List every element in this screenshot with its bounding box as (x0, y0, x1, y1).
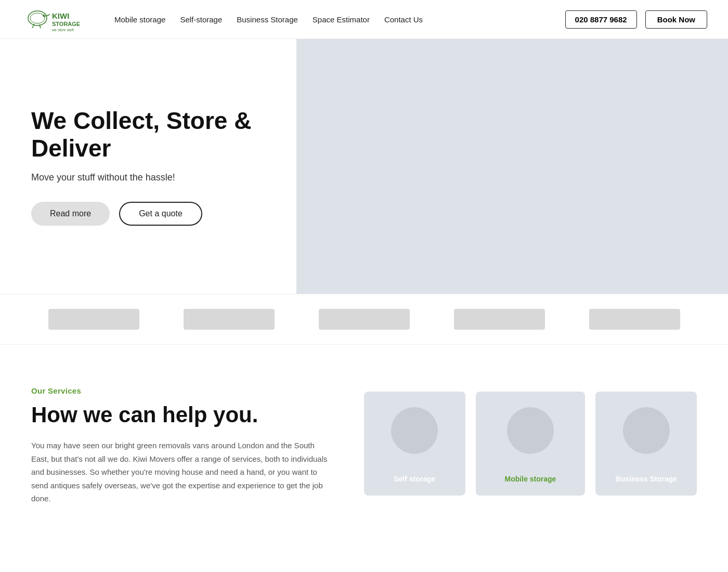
services-section: Our Services How we can help you. You ma… (0, 345, 728, 537)
services-cards: Self storage Mobile storage Business Sto… (364, 386, 697, 496)
svg-point-1 (30, 13, 45, 23)
svg-text:KIWI: KIWI (52, 11, 69, 20)
nav-self-storage[interactable]: Self-storage (180, 15, 222, 24)
partner-logo-5 (589, 309, 680, 330)
services-label: Our Services (31, 386, 333, 395)
partner-logo-3 (319, 309, 410, 330)
hero-buttons: Read more Get a quote (31, 202, 265, 226)
nav-mobile-storage[interactable]: Mobile storage (114, 15, 165, 24)
logo-svg: KIWI STORAGE we store stuff (21, 5, 94, 34)
nav-business-storage[interactable]: Business Storage (237, 15, 298, 24)
mobile-storage-label: Mobile storage (505, 471, 556, 483)
business-storage-label: Business Storage (616, 471, 677, 483)
services-title: How we can help you. (31, 402, 333, 427)
partner-logo-1 (48, 309, 139, 330)
svg-point-3 (43, 15, 45, 17)
logo[interactable]: KIWI STORAGE we store stuff (21, 5, 94, 34)
logos-bar (0, 294, 728, 345)
svg-text:STORAGE: STORAGE (52, 21, 80, 27)
nav-space-estimator[interactable]: Space Estimator (313, 15, 370, 24)
get-quote-button[interactable]: Get a quote (119, 202, 202, 226)
nav-actions: 020 8877 9682 Book Now (565, 10, 707, 29)
service-card-mobile-storage[interactable]: Mobile storage (476, 392, 586, 496)
self-storage-icon (391, 407, 438, 454)
hero-image (296, 39, 728, 294)
hero-section: We Collect, Store & Deliver Move your st… (0, 39, 728, 294)
hero-subtitle: Move your stuff without the hassle! (31, 172, 265, 183)
self-storage-label: Self storage (394, 471, 435, 483)
service-card-self-storage[interactable]: Self storage (364, 392, 465, 496)
mobile-storage-icon (507, 407, 554, 454)
services-description: You may have seen our bright green remov… (31, 439, 333, 505)
partner-logo-2 (184, 309, 275, 330)
services-content: Our Services How we can help you. You ma… (31, 386, 333, 505)
navbar: KIWI STORAGE we store stuff Mobile stora… (0, 0, 728, 39)
hero-content: We Collect, Store & Deliver Move your st… (0, 39, 296, 294)
business-storage-icon (623, 407, 670, 454)
service-card-business-storage[interactable]: Business Storage (595, 392, 697, 496)
phone-button[interactable]: 020 8877 9682 (565, 10, 637, 29)
read-more-button[interactable]: Read more (31, 202, 110, 226)
hero-title: We Collect, Store & Deliver (31, 107, 265, 162)
svg-text:we store stuff: we store stuff (51, 28, 74, 32)
nav-links: Mobile storage Self-storage Business Sto… (114, 15, 565, 24)
book-now-button[interactable]: Book Now (645, 10, 707, 29)
partner-logo-4 (454, 309, 545, 330)
nav-contact-us[interactable]: Contact Us (384, 15, 423, 24)
